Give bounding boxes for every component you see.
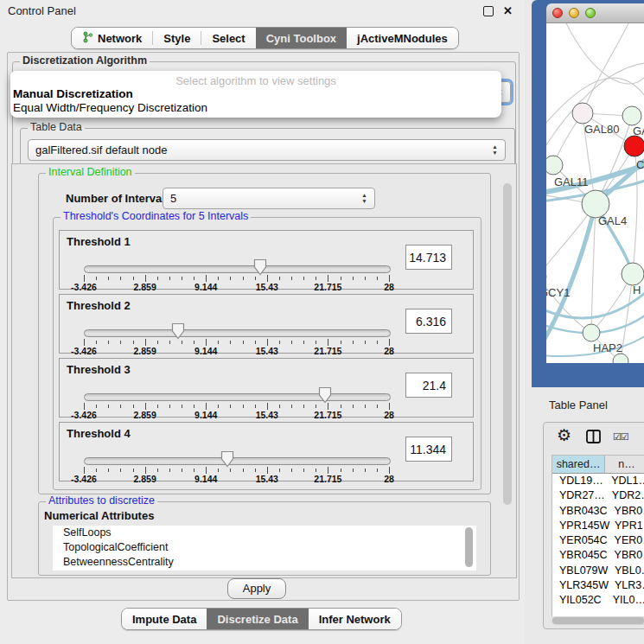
- table-row[interactable]: YPR145WYPR1…: [552, 519, 644, 533]
- top-tab-bar: NetworkStyleSelectCyni ToolboxjActiveMNo…: [71, 27, 459, 49]
- slider-ticks: [84, 339, 389, 347]
- network-node-red[interactable]: [624, 136, 644, 156]
- split-view-icon[interactable]: [586, 430, 601, 443]
- tab-select[interactable]: Select: [201, 28, 255, 48]
- network-window-titlebar[interactable]: [546, 3, 644, 23]
- tab-label: Impute Data: [132, 613, 196, 626]
- table-cell: YIL0…: [606, 593, 644, 608]
- algorithm-option-manual[interactable]: Manual Discretization: [10, 87, 501, 101]
- attributes-group: Attributes to discretize Numerical Attri…: [38, 501, 491, 576]
- network-node-pink[interactable]: [572, 103, 593, 124]
- table-cell: YER0…: [608, 533, 644, 548]
- tab-label: Infer Network: [319, 613, 391, 626]
- bottom-tab-bar: Impute DataDiscretize DataInfer Network: [121, 608, 402, 630]
- network-node-label: H: [633, 284, 641, 296]
- numerical-attributes-label: Numerical Attributes: [44, 509, 154, 522]
- network-node-label: GAL4: [598, 214, 627, 227]
- close-icon[interactable]: ✕: [503, 4, 513, 17]
- algorithm-placeholder-option[interactable]: Select algorithm to view settings: [10, 71, 501, 87]
- tick-label: 9.144: [194, 346, 217, 356]
- tick-label: -3.426: [71, 410, 97, 420]
- tick-label: 9.144: [194, 282, 217, 292]
- network-graph: GAL80GACGAL11GAL4GCY1HHAP2: [546, 23, 644, 363]
- tick-label: 15.43: [256, 346, 278, 356]
- threshold-value-field[interactable]: 11.344: [405, 437, 452, 462]
- threshold-label: Threshold 2: [67, 299, 131, 312]
- column-header[interactable]: shared…: [552, 456, 605, 474]
- network-canvas[interactable]: GAL80GACGAL11GAL4GCY1HHAP2: [546, 23, 644, 363]
- threshold-slider-thumb[interactable]: [253, 258, 267, 276]
- threshold-value-field[interactable]: 14.713: [405, 245, 452, 270]
- vertical-scrollbar[interactable]: [503, 183, 512, 505]
- threshold-slider-thumb[interactable]: [318, 386, 332, 404]
- table-row[interactable]: YBR045CYBR0…: [552, 548, 644, 563]
- column-header[interactable]: n…: [605, 456, 644, 474]
- threshold-row: Threshold 3-3.4262.8599.14415.4321.71528…: [59, 358, 474, 418]
- number-of-intervals-select[interactable]: 5 ▲▼: [163, 188, 375, 209]
- threshold-slider-thumb[interactable]: [171, 322, 185, 340]
- algorithm-option-equal-width[interactable]: Equal Width/Frequency Discretization: [10, 101, 501, 115]
- network-node-green[interactable]: [622, 106, 641, 125]
- float-window-icon[interactable]: [483, 6, 494, 16]
- table-row[interactable]: YLR345WYLR3…: [552, 578, 644, 593]
- network-node-green[interactable]: [583, 324, 600, 341]
- tick-label: 9.144: [194, 410, 217, 420]
- stepper-arrows-icon: ▲▼: [491, 143, 499, 157]
- table-row[interactable]: YBR043CYBR0…: [552, 504, 644, 519]
- table-row[interactable]: YDR27…YDR2…: [552, 488, 644, 503]
- slider-ticks: [84, 403, 389, 411]
- tab-cyni-toolbox[interactable]: Cyni Toolbox: [256, 28, 347, 48]
- tab-jactivemnodules[interactable]: jActiveMNodules: [347, 28, 458, 48]
- threshold-slider-track[interactable]: [84, 457, 391, 465]
- tab-impute-data[interactable]: Impute Data: [122, 609, 207, 629]
- slider-ticks: [84, 467, 389, 475]
- thresholds-group: Threshold's Coordinates for 5 Intervals …: [53, 217, 481, 490]
- gear-icon[interactable]: ⚙: [557, 425, 571, 445]
- attribute-list-item[interactable]: TopologicalCoefficient: [53, 540, 476, 555]
- threshold-value-field[interactable]: 6.316: [405, 309, 452, 334]
- network-node-green[interactable]: [622, 263, 644, 285]
- table-cell: YDR27…: [552, 488, 605, 503]
- right-panels: GAL80GACGAL11GAL4GCY1HHAP2 Table Panel ⚙…: [525, 0, 644, 644]
- table-row[interactable]: YBL079WYBL0…: [552, 564, 644, 578]
- tab-label: Cyni Toolbox: [266, 32, 336, 45]
- tab-discretize-data[interactable]: Discretize Data: [207, 609, 308, 629]
- tick-label: -3.426: [71, 282, 97, 292]
- tick-label: 21.715: [314, 282, 341, 292]
- zoom-traffic-light-icon[interactable]: [585, 8, 596, 18]
- attribute-list-item[interactable]: SelfLoops: [53, 526, 476, 540]
- table-data-select[interactable]: galFiltered.sif default node ▲▼: [28, 139, 506, 161]
- table-row[interactable]: YDL19…YDL1…: [552, 474, 644, 488]
- table-row[interactable]: YER054CYER0…: [552, 533, 644, 548]
- threshold-slider-track[interactable]: [84, 393, 391, 401]
- threshold-row: Threshold 1-3.4262.8599.14415.4321.71528…: [59, 230, 474, 290]
- threshold-value-field[interactable]: 21.4: [405, 373, 452, 398]
- number-of-intervals-value: 5: [170, 192, 176, 205]
- numerical-attributes-list[interactable]: SelfLoopsTopologicalCoefficientBetweenne…: [53, 526, 476, 571]
- horizontal-scrollbar[interactable]: [552, 616, 644, 625]
- threshold-slider-thumb[interactable]: [220, 450, 234, 468]
- apply-button[interactable]: Apply: [227, 578, 286, 599]
- network-edge: [546, 204, 596, 345]
- select-columns-icon[interactable]: ☑☑: [613, 431, 628, 443]
- tab-network[interactable]: Network: [72, 28, 152, 48]
- tab-infer-network[interactable]: Infer Network: [309, 609, 401, 629]
- network-node-green[interactable]: [546, 156, 563, 175]
- network-edge: [621, 274, 633, 361]
- network-node-green[interactable]: [613, 354, 628, 363]
- tab-label: jActiveMNodules: [357, 32, 448, 45]
- node-attribute-table[interactable]: shared…n…YDL19…YDL1…YDR27…YDR2…YBR043CYB…: [552, 455, 644, 616]
- attribute-list-item[interactable]: BetweennessCentrality: [53, 555, 476, 570]
- list-scrollbar[interactable]: [465, 527, 473, 567]
- tick-label: 15.43: [256, 410, 278, 420]
- tab-style[interactable]: Style: [153, 28, 201, 48]
- minimize-traffic-light-icon[interactable]: [569, 8, 579, 18]
- panel-title: Control Panel: [8, 4, 76, 17]
- close-traffic-light-icon[interactable]: [552, 8, 563, 18]
- threshold-slider-track[interactable]: [84, 329, 391, 337]
- threshold-slider-track[interactable]: [84, 265, 391, 273]
- table-row[interactable]: YIL052CYIL0…: [552, 593, 644, 608]
- algorithm-dropdown-popup: Select algorithm to view settings Manual…: [10, 71, 501, 118]
- tab-label: Network: [98, 32, 142, 45]
- table-cell: YBR0…: [608, 548, 644, 563]
